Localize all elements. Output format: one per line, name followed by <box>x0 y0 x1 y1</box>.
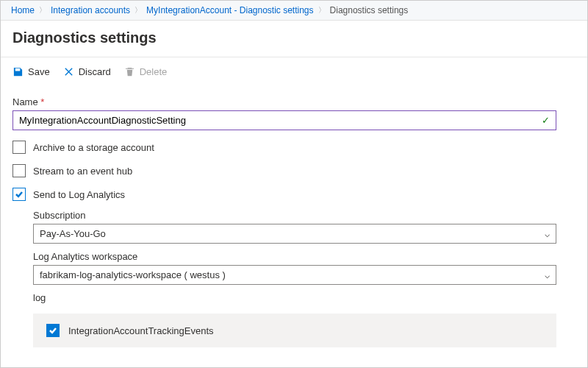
trash-icon <box>124 66 135 77</box>
subscription-value: Pay-As-You-Go <box>40 228 106 239</box>
log-category-label: IntegrationAccountTrackingEvents <box>68 325 214 336</box>
form: Name * ✓ Archive to a storage account St… <box>1 86 587 359</box>
breadcrumb-current: Diagnostics settings <box>330 5 409 15</box>
name-input[interactable] <box>19 115 542 126</box>
name-label: Name * <box>12 96 576 107</box>
log-analytics-checkbox[interactable] <box>12 188 26 201</box>
log-analytics-label: Send to Log Analytics <box>33 189 125 200</box>
log-section-label: log <box>33 292 576 303</box>
close-icon <box>63 66 74 77</box>
chevron-down-icon: ⌵ <box>545 229 550 239</box>
save-button[interactable]: Save <box>12 66 50 77</box>
delete-button: Delete <box>124 66 168 77</box>
breadcrumb-home[interactable]: Home <box>11 5 35 15</box>
discard-button[interactable]: Discard <box>63 66 111 77</box>
archive-checkbox-row[interactable]: Archive to a storage account <box>12 141 576 154</box>
toolbar: Save Discard Delete <box>1 57 587 86</box>
save-icon <box>12 66 24 77</box>
log-category-checkbox[interactable] <box>46 324 60 337</box>
log-analytics-subsection: Subscription Pay-As-You-Go ⌵ Log Analyti… <box>33 210 576 347</box>
log-category-panel: IntegrationAccountTrackingEvents <box>33 314 556 347</box>
archive-checkbox[interactable] <box>12 141 26 154</box>
checkmark-icon <box>15 190 24 199</box>
stream-checkbox[interactable] <box>12 164 26 177</box>
chevron-right-icon: 〉 <box>39 5 46 15</box>
chevron-right-icon: 〉 <box>135 5 142 15</box>
name-input-wrap[interactable]: ✓ <box>12 110 556 130</box>
archive-label: Archive to a storage account <box>33 142 154 153</box>
check-icon: ✓ <box>542 115 550 126</box>
workspace-label: Log Analytics workspace <box>33 251 576 262</box>
log-analytics-checkbox-row[interactable]: Send to Log Analytics <box>12 188 576 201</box>
checkmark-icon <box>49 326 57 335</box>
stream-label: Stream to an event hub <box>33 166 132 177</box>
chevron-right-icon: 〉 <box>318 5 326 15</box>
breadcrumb-integration-accounts[interactable]: Integration accounts <box>51 5 130 15</box>
stream-checkbox-row[interactable]: Stream to an event hub <box>12 164 576 177</box>
delete-button-label: Delete <box>140 66 168 77</box>
breadcrumb: Home 〉 Integration accounts 〉 MyIntegrat… <box>1 1 587 21</box>
workspace-value: fabrikam-log-analytics-workspace ( westu… <box>40 269 226 280</box>
subscription-select[interactable]: Pay-As-You-Go ⌵ <box>33 224 556 244</box>
required-indicator: * <box>40 96 44 107</box>
breadcrumb-account-diag[interactable]: MyIntegrationAccount - Diagnostic settin… <box>146 5 313 15</box>
subscription-label: Subscription <box>33 210 576 221</box>
page-title: Diagnostics settings <box>1 21 587 57</box>
workspace-select[interactable]: fabrikam-log-analytics-workspace ( westu… <box>33 265 556 285</box>
save-button-label: Save <box>28 66 50 77</box>
chevron-down-icon: ⌵ <box>545 270 550 280</box>
discard-button-label: Discard <box>79 66 111 77</box>
